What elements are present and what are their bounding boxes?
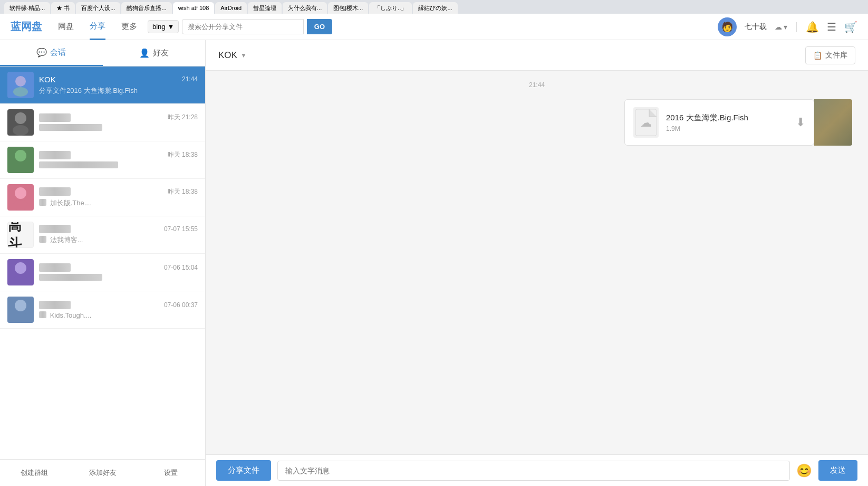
dropdown-arrow-icon[interactable]: ▼ — [240, 52, 247, 59]
chat-time-4: 昨天 18:38 — [168, 187, 198, 196]
tab-airdroid[interactable]: AirDroid — [215, 2, 247, 14]
avatar-4 — [7, 184, 34, 211]
chat-icon: 💬 — [36, 47, 47, 58]
chevron-down-icon: ▾ — [784, 23, 787, 31]
download-button[interactable]: ⬇ — [796, 116, 805, 129]
friend-icon: 👤 — [139, 48, 150, 58]
tab-shiburi[interactable]: 「しぶり..」 — [369, 2, 412, 14]
preview-text-5: 法我博客... — [50, 236, 83, 244]
file-library-button[interactable]: 📋 文件库 — [805, 46, 855, 64]
notification-bell-icon[interactable]: 🔔 — [806, 21, 819, 33]
message-row-file: ☁ 2016 大鱼海棠.Big.Fish 1.9M ⬇ — [221, 99, 852, 146]
chat-time-3: 昨天 18:38 — [168, 150, 198, 159]
file-library-icon: 📋 — [813, 51, 822, 60]
chat-time-7: 07-06 00:37 — [164, 301, 198, 309]
chat-info-3: 昨天 18:38 — [39, 150, 198, 169]
chat-header-bar: KOK ▼ 📋 文件库 — [206, 40, 868, 71]
send-button[interactable]: 发送 — [818, 460, 857, 481]
chat-item-kok[interactable]: KOK 21:44 分享文件2016 大鱼海棠.Big.Fish — [0, 66, 205, 104]
tab-why[interactable]: 为什么我有... — [283, 2, 327, 14]
tab-2[interactable]: ★ 书 — [51, 2, 75, 14]
cloud-overlay-icon: ☁ — [640, 116, 652, 130]
avatar-3 — [7, 147, 34, 173]
tab-wish-atf[interactable]: wish atf 108 — [173, 2, 215, 14]
file-thumbnail — [814, 99, 852, 146]
tab-friends[interactable]: 👤 好友 — [103, 40, 206, 66]
chat-name-5 — [39, 225, 71, 233]
search-bar: bing ▼ GO — [148, 19, 332, 34]
chat-item-5[interactable]: 高斗 07-07 15:55 法我博客... — [0, 216, 205, 254]
chat-header-4: 昨天 18:38 — [39, 187, 198, 196]
chat-time-2: 昨天 21:28 — [168, 113, 198, 122]
search-button[interactable]: GO — [307, 19, 332, 34]
topbar: 蓝网盘 网盘 分享 更多 bing ▼ GO 🧑 七十载 ☁ ▾ | 🔔 ☰ 🛒 — [0, 14, 868, 40]
avatar-7 — [7, 297, 34, 323]
app-container: 蓝网盘 网盘 分享 更多 bing ▼ GO 🧑 七十载 ☁ ▾ | 🔔 ☰ 🛒 — [0, 14, 868, 486]
tab-conversation-label: 会话 — [50, 47, 66, 58]
chat-time-5: 07-07 15:55 — [164, 225, 198, 233]
file-info: 2016 大鱼海棠.Big.Fish 1.9M — [666, 113, 788, 132]
input-area: 分享文件 😊 发送 — [206, 454, 868, 486]
svg-point-6 — [15, 187, 26, 199]
username-label: 七十载 — [745, 22, 767, 32]
preview-text-4: 加长版.The.... — [50, 199, 92, 207]
chat-info-kok: KOK 21:44 分享文件2016 大鱼海棠.Big.Fish — [39, 75, 198, 96]
search-engine-selector[interactable]: bing ▼ — [148, 20, 179, 33]
file-message-bubble: ☁ 2016 大鱼海棠.Big.Fish 1.9M ⬇ — [624, 99, 852, 146]
chat-name-kok: KOK — [39, 75, 56, 84]
tab-conversation[interactable]: 💬 会话 — [0, 40, 103, 66]
nav-wangpan[interactable]: 网盘 — [58, 14, 74, 39]
chat-list: KOK 21:44 分享文件2016 大鱼海棠.Big.Fish — [0, 66, 205, 459]
share-file-button[interactable]: 分享文件 — [216, 460, 271, 481]
add-friend-btn[interactable]: 添加好友 — [69, 466, 137, 480]
chat-partner-name: KOK ▼ — [218, 50, 247, 61]
list-icon[interactable]: ☰ — [827, 21, 836, 33]
nav-more[interactable]: 更多 — [121, 14, 137, 39]
chat-preview-6 — [39, 274, 198, 282]
tab-1[interactable]: 软件缘·精品... — [4, 2, 50, 14]
browser-tabs: 软件缘·精品... ★ 书 百度个人设... 酷狗音乐直播... wish at… — [4, 0, 864, 14]
cart-icon[interactable]: 🛒 — [844, 21, 857, 33]
emoji-button[interactable]: 😊 — [796, 463, 812, 478]
svg-point-2 — [15, 112, 26, 124]
svg-point-1 — [13, 87, 28, 97]
user-avatar[interactable]: 🧑 — [718, 17, 737, 36]
chevron-down-icon: ▼ — [168, 23, 175, 31]
svg-point-11 — [13, 312, 28, 323]
chat-preview-7: Kids.Tough.... — [39, 311, 198, 319]
tab-enmusubi[interactable]: 縁結びの妖... — [413, 2, 457, 14]
chat-item-6[interactable]: 07-06 15:04 — [0, 254, 205, 291]
cloud-icon-btn[interactable]: ☁ ▾ — [775, 23, 787, 31]
chat-header-5: 07-07 15:55 — [39, 225, 198, 233]
topbar-right: 🧑 七十载 ☁ ▾ | 🔔 ☰ 🛒 — [718, 17, 857, 36]
chat-preview-5: 法我博客... — [39, 235, 198, 245]
svg-point-8 — [15, 262, 26, 274]
avatar-6 — [7, 259, 34, 285]
tab-friends-label: 好友 — [153, 48, 169, 58]
browser-chrome: 软件缘·精品... ★ 书 百度个人设... 酷狗音乐直播... wish at… — [0, 0, 868, 14]
settings-btn[interactable]: 设置 — [137, 466, 205, 480]
left-panel: 💬 会话 👤 好友 KOK 21:44 — [0, 40, 206, 486]
create-group-btn[interactable]: 创建群组 — [0, 466, 69, 480]
file-library-label: 文件库 — [825, 51, 847, 60]
chat-time-kok: 21:44 — [182, 75, 198, 83]
avatar-kok — [7, 72, 34, 98]
search-input[interactable] — [182, 19, 303, 34]
tab-3[interactable]: 百度个人设... — [76, 2, 120, 14]
chat-item-2[interactable]: 昨天 21:28 — [0, 104, 205, 141]
left-bottom-bar: 创建群组 添加好友 设置 — [0, 459, 205, 486]
chat-info-4: 昨天 18:38 加长版.The.... — [39, 187, 198, 208]
tab-4[interactable]: 酷狗音乐直播... — [121, 2, 171, 14]
chat-header-7: 07-06 00:37 — [39, 301, 198, 309]
svg-point-7 — [13, 200, 28, 211]
tab-huixing[interactable]: 彗星論壇 — [248, 2, 282, 14]
chat-item-4[interactable]: 昨天 18:38 加长版.The.... — [0, 179, 205, 216]
message-text-input[interactable] — [277, 461, 790, 481]
tab-imgpkg[interactable]: 图包|樱木... — [328, 2, 368, 14]
chat-item-3[interactable]: 昨天 18:38 — [0, 141, 205, 179]
chat-item-7[interactable]: 07-06 00:37 Kids.Tough.... — [0, 291, 205, 329]
chat-preview-2 — [39, 124, 198, 132]
chat-preview-3 — [39, 161, 198, 169]
nav-share[interactable]: 分享 — [90, 14, 105, 40]
svg-point-9 — [13, 275, 28, 285]
